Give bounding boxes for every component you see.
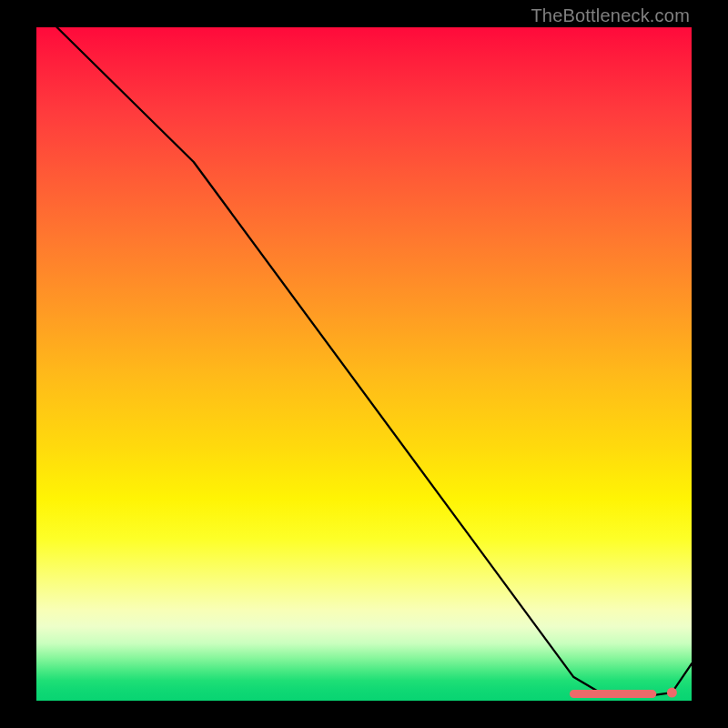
optimal-point-marker xyxy=(667,688,677,698)
plot-area xyxy=(36,27,692,701)
attribution-text: TheBottleneck.com xyxy=(531,5,690,26)
bottleneck-curve xyxy=(36,7,692,695)
chart-frame: TheBottleneck.com xyxy=(0,0,728,728)
plot-svg xyxy=(36,27,692,701)
